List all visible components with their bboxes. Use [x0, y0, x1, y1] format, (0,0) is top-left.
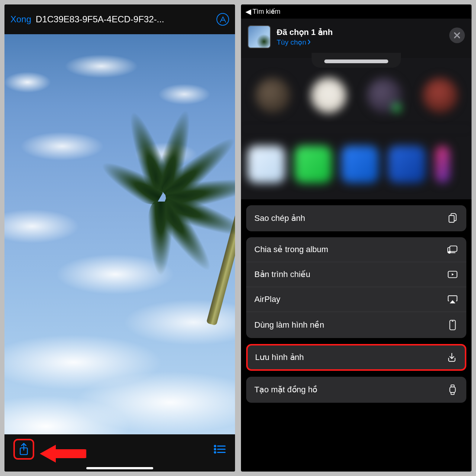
share-button-highlight [13, 439, 34, 460]
action-slideshow[interactable]: Bản trình chiếu [246, 262, 466, 287]
selected-thumbnail[interactable] [248, 25, 271, 48]
share-targets-blurred [241, 58, 472, 199]
svg-point-1 [215, 446, 216, 447]
photo-content[interactable] [4, 34, 235, 434]
svg-point-3 [215, 448, 216, 450]
preview-header: Xong D1C39E83-9F5A-4ECD-9F32-... [4, 4, 235, 34]
right-phone-sharesheet: ◀ Tìm kiếm Đã chọn 1 ảnh Tùy chọn [241, 4, 472, 472]
done-button[interactable]: Xong [10, 14, 31, 25]
action-label: Sao chép ảnh [254, 213, 305, 223]
share-app[interactable] [295, 146, 332, 183]
svg-rect-7 [449, 216, 454, 222]
iphone-icon [447, 319, 458, 331]
close-icon [454, 32, 460, 39]
share-app[interactable] [435, 146, 450, 183]
watch-icon [447, 384, 458, 395]
action-airplay[interactable]: AirPlay [246, 287, 466, 312]
action-label: Dùng làm hình nền [254, 320, 324, 330]
back-caret-icon: ◀ [245, 7, 251, 16]
action-save-image[interactable]: Lưu hình ảnh [248, 345, 465, 369]
action-save-image-highlight: Lưu hình ảnh [246, 344, 466, 371]
svg-rect-8 [450, 246, 457, 251]
action-label: Chia sẻ trong album [254, 245, 328, 254]
play-rect-icon [447, 270, 458, 279]
share-icon[interactable] [18, 443, 29, 456]
svg-point-9 [448, 251, 451, 254]
markup-icon[interactable] [216, 13, 229, 26]
back-label: Tìm kiếm [253, 7, 280, 16]
preview-toolbar [4, 434, 235, 472]
annotation-arrow-icon [38, 443, 86, 465]
share-sheet-header: Đã chọn 1 ảnh Tùy chọn [241, 19, 472, 58]
action-wallpaper[interactable]: Dùng làm hình nền [246, 312, 466, 338]
action-label: AirPlay [254, 295, 280, 304]
action-copy-photo[interactable]: Sao chép ảnh [246, 205, 466, 231]
action-create-watchface[interactable]: Tạo mặt đồng hồ [246, 377, 466, 403]
action-label: Bản trình chiếu [254, 270, 311, 279]
share-app[interactable] [388, 146, 425, 183]
options-button[interactable]: Tùy chọn [277, 38, 333, 46]
sheet-grabber[interactable] [324, 60, 388, 63]
airdrop-contact[interactable] [255, 78, 290, 113]
close-button[interactable] [449, 28, 465, 43]
action-label: Tạo mặt đồng hồ [254, 385, 317, 395]
action-share-album[interactable]: Chia sẻ trong album [246, 237, 466, 262]
chevron-right-icon [307, 39, 311, 45]
svg-rect-11 [450, 320, 456, 330]
left-phone-preview: Xong D1C39E83-9F5A-4ECD-9F32-... [4, 4, 235, 472]
file-title: D1C39E83-9F5A-4ECD-9F32-... [36, 14, 212, 25]
airdrop-contact[interactable] [367, 78, 402, 113]
download-icon [446, 352, 457, 363]
share-app[interactable] [341, 146, 379, 183]
share-app[interactable] [248, 146, 285, 183]
shared-album-icon [447, 245, 458, 254]
selected-count-label: Đã chọn 1 ảnh [277, 28, 333, 37]
action-label: Lưu hình ảnh [255, 353, 304, 362]
home-indicator[interactable] [86, 467, 153, 469]
status-bar-back[interactable]: ◀ Tìm kiếm [241, 4, 472, 19]
svg-point-5 [215, 452, 216, 453]
svg-rect-13 [450, 387, 456, 393]
airplay-icon [447, 295, 458, 304]
airdrop-contact[interactable] [311, 78, 346, 113]
list-icon[interactable] [213, 444, 226, 454]
copy-icon [447, 213, 458, 224]
airdrop-contact[interactable] [422, 78, 458, 113]
